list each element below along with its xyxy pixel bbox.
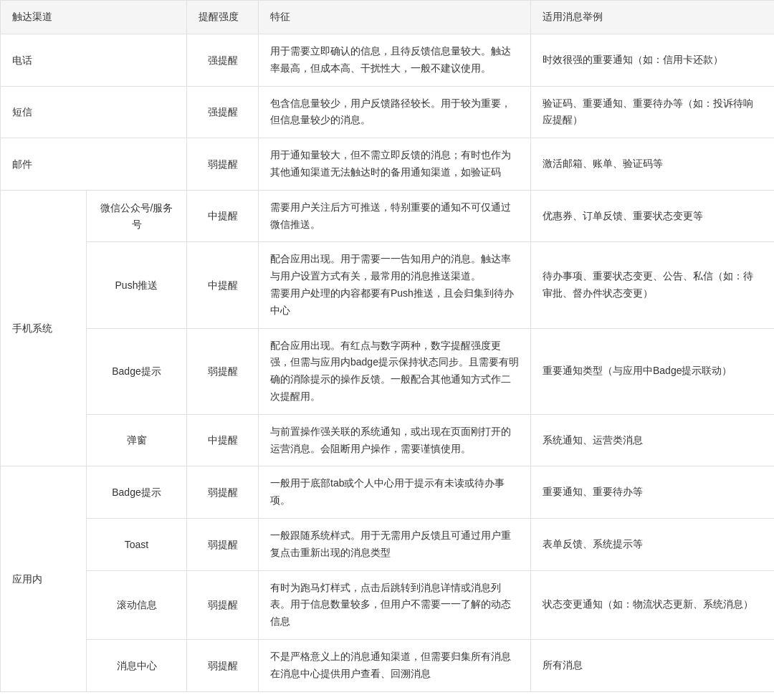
feature-cell: 用于需要立即确认的信息，且待反馈信息量较大。触达率最高，但成本高、干扰性大，一般… (259, 34, 531, 87)
channel-sub-cell: 弹窗 (87, 414, 187, 466)
channel-main-cell: 邮件 (1, 138, 187, 191)
channel-sub-cell: 微信公众号/服务号 (87, 190, 187, 242)
table-row: Toast弱提醒一般跟随系统样式。用于无需用户反馈且可通过用户重复点击重新出现的… (1, 518, 775, 570)
channel-sub-cell: 消息中心 (87, 639, 187, 691)
channel-sub-cell: Badge提示 (87, 328, 187, 414)
header-row: 触达渠道 提醒强度 特征 适用消息举例 (1, 1, 775, 34)
feature-cell: 一般用于底部tab或个人中心用于提示有未读或待办事项。 (259, 466, 531, 519)
channel-sub-cell: 滚动信息 (87, 570, 187, 639)
reminder-cell: 强提醒 (187, 86, 259, 138)
table-row: Badge提示弱提醒配合应用出现。有红点与数字两种，数字提醒强度更强，但需与应用… (1, 328, 775, 414)
reminder-cell: 强提醒 (187, 34, 259, 87)
header-channel: 触达渠道 (1, 1, 187, 34)
example-cell: 重要通知、重要待办等 (531, 466, 775, 519)
table-row: 短信强提醒包含信息量较少，用户反馈路径较长。用于较为重要，但信息量较少的消息。验… (1, 86, 775, 138)
reminder-cell: 弱提醒 (187, 138, 259, 191)
feature-cell: 不是严格意义上的消息通知渠道，但需要归集所有消息在消息中心提供用户查看、回溯消息 (259, 639, 531, 691)
feature-cell: 一般跟随系统样式。用于无需用户反馈且可通过用户重复点击重新出现的消息类型 (259, 518, 531, 570)
example-cell: 重要通知类型（与应用中Badge提示联动） (531, 328, 775, 414)
reminder-cell: 弱提醒 (187, 466, 259, 519)
table-row: 电话强提醒用于需要立即确认的信息，且待反馈信息量较大。触达率最高，但成本高、干扰… (1, 34, 775, 87)
header-reminder: 提醒强度 (187, 1, 259, 34)
reminder-cell: 弱提醒 (187, 328, 259, 414)
example-cell: 系统通知、运营类消息 (531, 414, 775, 466)
table-container: 触达渠道 提醒强度 特征 适用消息举例 电话强提醒用于需要立即确认的信息，且待反… (0, 0, 774, 700)
example-cell: 状态变更通知（如：物流状态更新、系统消息） (531, 570, 775, 639)
feature-cell: 配合应用出现。有红点与数字两种，数字提醒强度更强，但需与应用内badge提示保持… (259, 328, 531, 414)
channel-main-cell: 手机系统 (1, 190, 87, 466)
reminder-cell: 弱提醒 (187, 518, 259, 570)
reminder-cell: 中提醒 (187, 414, 259, 466)
header-example: 适用消息举例 (531, 1, 775, 34)
table-row: 弹窗中提醒与前置操作强关联的系统通知，或出现在页面刚打开的运营消息。会阻断用户操… (1, 414, 775, 466)
main-table: 触达渠道 提醒强度 特征 适用消息举例 电话强提醒用于需要立即确认的信息，且待反… (0, 0, 774, 692)
feature-cell: 用于通知量较大，但不需立即反馈的消息；有时也作为其他通知渠道无法触达时的备用通知… (259, 138, 531, 191)
reminder-cell: 中提醒 (187, 190, 259, 242)
table-row: 消息中心弱提醒不是严格意义上的消息通知渠道，但需要归集所有消息在消息中心提供用户… (1, 639, 775, 691)
reminder-cell: 中提醒 (187, 242, 259, 328)
channel-main-cell: 电话 (1, 34, 187, 87)
channel-sub-cell: Toast (87, 518, 187, 570)
feature-cell: 有时为跑马灯样式，点击后跳转到消息详情或消息列表。用于信息数量较多，但用户不需要… (259, 570, 531, 639)
feature-cell: 包含信息量较少，用户反馈路径较长。用于较为重要，但信息量较少的消息。 (259, 86, 531, 138)
feature-cell: 需要用户关注后方可推送，特别重要的通知不可仅通过微信推送。 (259, 190, 531, 242)
channel-main-cell: 应用内 (1, 466, 87, 691)
channel-sub-cell: Push推送 (87, 242, 187, 328)
channel-main-cell: 短信 (1, 86, 187, 138)
channel-sub-cell: Badge提示 (87, 466, 187, 519)
table-row: 手机系统微信公众号/服务号中提醒需要用户关注后方可推送，特别重要的通知不可仅通过… (1, 190, 775, 242)
example-cell: 时效很强的重要通知（如：信用卡还款） (531, 34, 775, 87)
table-row: 应用内Badge提示弱提醒一般用于底部tab或个人中心用于提示有未读或待办事项。… (1, 466, 775, 519)
reminder-cell: 弱提醒 (187, 570, 259, 639)
example-cell: 表单反馈、系统提示等 (531, 518, 775, 570)
table-row: Push推送中提醒配合应用出现。用于需要一一告知用户的消息。触达率与用户设置方式… (1, 242, 775, 328)
reminder-cell: 弱提醒 (187, 639, 259, 691)
example-cell: 优惠券、订单反馈、重要状态变更等 (531, 190, 775, 242)
header-feature: 特征 (259, 1, 531, 34)
feature-cell: 与前置操作强关联的系统通知，或出现在页面刚打开的运营消息。会阻断用户操作，需要谨… (259, 414, 531, 466)
example-cell: 验证码、重要通知、重要待办等（如：投诉待响应提醒） (531, 86, 775, 138)
example-cell: 激活邮箱、账单、验证码等 (531, 138, 775, 191)
feature-cell: 配合应用出现。用于需要一一告知用户的消息。触达率与用户设置方式有关，最常用的消息… (259, 242, 531, 328)
table-row: 滚动信息弱提醒有时为跑马灯样式，点击后跳转到消息详情或消息列表。用于信息数量较多… (1, 570, 775, 639)
table-row: 邮件弱提醒用于通知量较大，但不需立即反馈的消息；有时也作为其他通知渠道无法触达时… (1, 138, 775, 191)
example-cell: 待办事项、重要状态变更、公告、私信（如：待审批、督办件状态变更） (531, 242, 775, 328)
example-cell: 所有消息 (531, 639, 775, 691)
